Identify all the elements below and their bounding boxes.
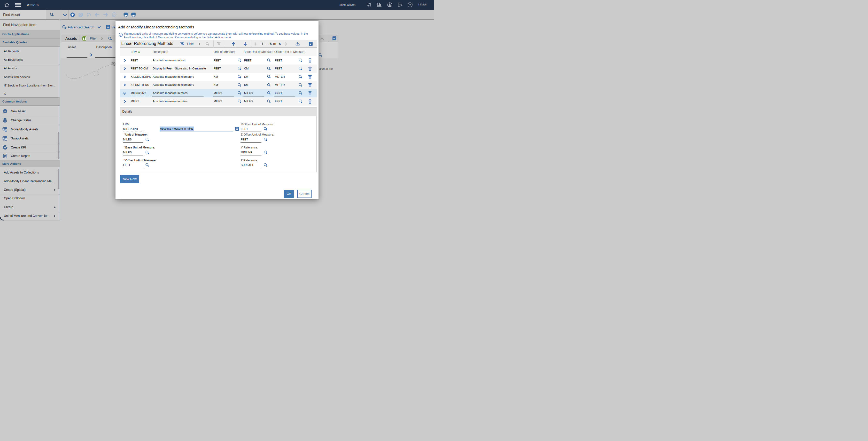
svg-text:i: i [120,33,121,36]
svg-text:IBM: IBM [418,3,427,7]
svg-text:?: ? [409,3,411,6]
